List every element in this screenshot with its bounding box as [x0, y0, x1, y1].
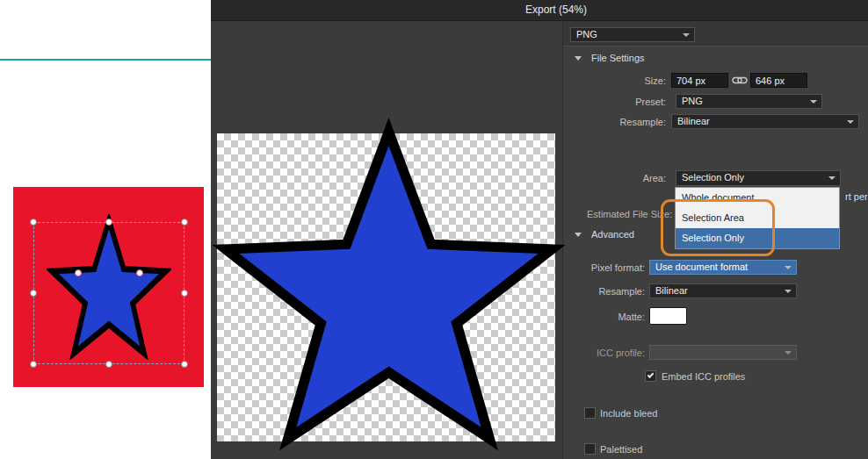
link-aspect-icon[interactable] [732, 75, 748, 88]
check-icon [647, 371, 655, 378]
format-dropdown[interactable]: PNG [570, 27, 695, 42]
selection-handle[interactable] [181, 290, 188, 297]
palettised-checkbox[interactable] [584, 443, 596, 455]
embed-icc-label: Embed ICC profiles [662, 371, 745, 382]
resample-dropdown[interactable]: Bilinear [671, 114, 859, 129]
chevron-down-icon [785, 351, 792, 355]
chevron-down-icon[interactable] [575, 56, 582, 61]
preset-label: Preset: [581, 97, 666, 107]
pixel-format-dropdown-value: Use document format [655, 262, 748, 272]
include-bleed-checkbox[interactable] [584, 407, 596, 419]
clipped-edge-text: rt pers [845, 191, 868, 202]
resample-advanced-dropdown[interactable]: Bilinear [649, 283, 797, 298]
chevron-down-icon [785, 290, 792, 293]
icc-profile-dropdown[interactable] [649, 345, 797, 360]
selection-handle[interactable] [181, 219, 188, 226]
app-window: Export (54%) PNG File Settings Size: Pre… [0, 0, 868, 459]
chevron-down-icon [785, 266, 792, 269]
chevron-down-icon [847, 120, 854, 124]
embed-icc-checkbox[interactable] [645, 370, 656, 382]
format-dropdown-value: PNG [576, 29, 597, 39]
resample-advanced-dropdown-value: Bilinear [655, 285, 688, 296]
selection-handle[interactable] [30, 290, 37, 297]
selection-handle[interactable] [181, 361, 188, 368]
pixel-format-label: Pixel format: [563, 262, 645, 273]
area-dropdown-value: Selection Only [682, 172, 744, 183]
area-option-selection-area[interactable]: Selection Area [676, 208, 839, 228]
icc-profile-label: ICC profile: [563, 348, 645, 358]
estimated-file-size-label: Estimated File Size: [587, 209, 672, 219]
node-handle[interactable] [136, 269, 143, 276]
chevron-down-icon[interactable] [575, 233, 582, 237]
node-handle[interactable] [75, 269, 82, 276]
palettised-label: Palettised [600, 444, 642, 455]
height-input[interactable] [750, 73, 807, 88]
selection-bounding-box [33, 222, 184, 364]
dialog-title: Export (54%) [211, 0, 868, 21]
size-label: Size: [581, 75, 666, 86]
export-preview-area[interactable] [211, 21, 562, 459]
area-dropdown[interactable]: Selection Only [676, 170, 841, 186]
resample-advanced-label: Resample: [563, 286, 645, 297]
width-input[interactable] [671, 73, 728, 88]
section-header-advanced[interactable]: Advanced [591, 229, 634, 240]
selection-handle[interactable] [30, 219, 37, 226]
star-preview-image [210, 118, 568, 454]
area-option-selection-only[interactable]: Selection Only [676, 228, 839, 248]
document-canvas[interactable] [0, 0, 211, 459]
chevron-down-icon [810, 100, 817, 104]
preset-dropdown[interactable]: PNG [676, 94, 822, 109]
estimated-file-size: Estimated File Size: 1 [587, 209, 680, 219]
selection-handle[interactable] [105, 219, 112, 226]
preset-dropdown-value: PNG [682, 96, 703, 106]
pixel-format-dropdown[interactable]: Use document format [649, 260, 797, 275]
section-header-file-settings[interactable]: File Settings [591, 53, 645, 63]
matte-label: Matte: [563, 312, 645, 322]
selection-handle[interactable] [105, 361, 112, 368]
resample-dropdown-value: Bilinear [677, 116, 710, 126]
chevron-down-icon [683, 33, 690, 37]
matte-color-swatch[interactable] [649, 307, 687, 325]
area-option-whole-document[interactable]: Whole document [676, 188, 839, 208]
resample-label: Resample: [581, 117, 666, 127]
selection-handle[interactable] [30, 361, 37, 368]
chevron-down-icon [828, 176, 835, 180]
teal-guide-line[interactable] [0, 59, 211, 61]
area-label: Area: [581, 173, 666, 183]
include-bleed-label: Include bleed [600, 408, 657, 419]
area-dropdown-list: Whole document Selection Area Selection … [675, 187, 840, 249]
